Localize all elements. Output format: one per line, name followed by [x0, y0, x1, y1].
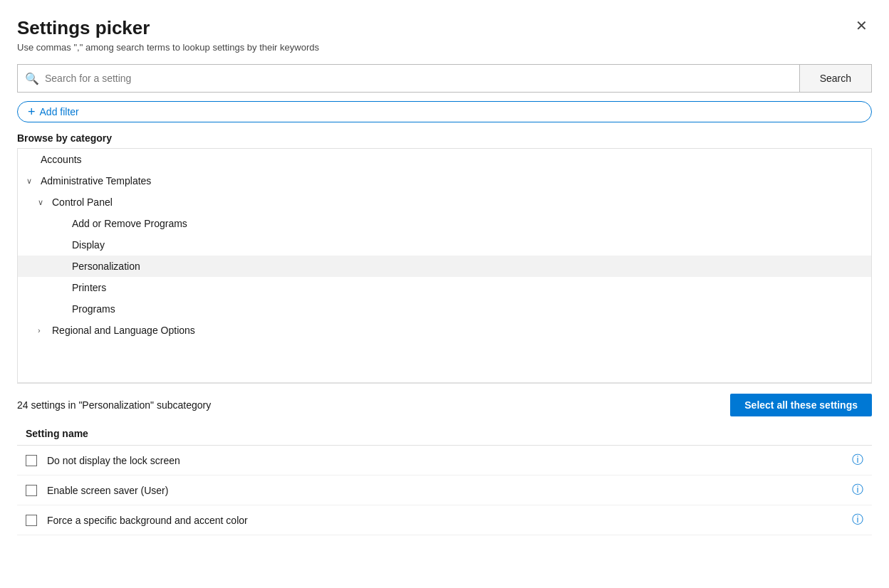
settings-count: 24 settings in "Personalization" subcate… [17, 399, 211, 411]
tree-item-personalization[interactable]: Personalization [18, 256, 871, 277]
tree-item-admin-templates[interactable]: ∨ Administrative Templates [18, 170, 871, 191]
info-icon[interactable]: ⓘ [852, 453, 863, 468]
search-button[interactable]: Search [800, 64, 872, 93]
info-icon[interactable]: ⓘ [852, 483, 863, 498]
table-row[interactable]: Enable screen saver (User) ⓘ [17, 476, 872, 505]
search-row: 🔍 Search [17, 64, 872, 93]
tree-item-label: Accounts [41, 154, 871, 165]
plus-icon: + [28, 105, 36, 118]
tree-item-control-panel[interactable]: ∨ Control Panel [18, 191, 871, 213]
tree-item-accounts[interactable]: Accounts [18, 149, 871, 170]
setting-checkbox[interactable] [26, 515, 37, 526]
dialog-title: Settings picker [17, 17, 150, 39]
tree-item-add-remove-programs[interactable]: Add or Remove Programs [18, 213, 871, 234]
info-icon[interactable]: ⓘ [852, 513, 863, 527]
browse-label: Browse by category [17, 132, 872, 144]
tree-item-label: Personalization [72, 261, 871, 272]
dialog-header: Settings picker ✕ [17, 17, 872, 39]
table-row[interactable]: Do not display the lock screen ⓘ [17, 446, 872, 476]
setting-name: Force a specific background and accent c… [47, 515, 846, 526]
bottom-header: 24 settings in "Personalization" subcate… [17, 384, 872, 424]
add-filter-button[interactable]: + Add filter [17, 101, 872, 122]
dialog-subtitle: Use commas "," among search terms to loo… [17, 42, 872, 53]
settings-picker-dialog: Settings picker ✕ Use commas "," among s… [0, 0, 889, 588]
setting-checkbox[interactable] [26, 455, 37, 466]
setting-name: Do not display the lock screen [47, 455, 846, 466]
add-filter-label: Add filter [40, 106, 79, 117]
setting-checkbox[interactable] [26, 485, 37, 496]
tree-item-label: Regional and Language Options [52, 325, 871, 336]
table-row[interactable]: Force a specific background and accent c… [17, 505, 872, 535]
settings-column-header: Setting name [17, 424, 872, 446]
chevron-down-icon: ∨ [38, 198, 51, 207]
search-input-wrap: 🔍 [17, 64, 800, 93]
tree-item-label: Add or Remove Programs [72, 218, 871, 229]
tree-item-display[interactable]: Display [18, 234, 871, 256]
close-button[interactable]: ✕ [851, 17, 872, 34]
category-tree[interactable]: Accounts ∨ Administrative Templates ∨ Co… [17, 148, 872, 383]
setting-name: Enable screen saver (User) [47, 485, 846, 496]
tree-item-label: Printers [72, 282, 871, 293]
search-icon: 🔍 [25, 72, 39, 85]
tree-item-label: Programs [72, 303, 871, 315]
settings-list: Do not display the lock screen ⓘ Enable … [17, 446, 872, 588]
tree-item-regional[interactable]: › Regional and Language Options [18, 320, 871, 341]
browse-section: Browse by category Accounts ∨ Administra… [17, 132, 872, 383]
tree-item-label: Control Panel [52, 196, 871, 208]
tree-item-printers[interactable]: Printers [18, 277, 871, 298]
tree-item-label: Administrative Templates [41, 175, 871, 187]
select-all-button[interactable]: Select all these settings [730, 394, 872, 416]
search-input[interactable] [45, 73, 792, 84]
tree-item-programs[interactable]: Programs [18, 298, 871, 320]
tree-item-label: Display [72, 239, 871, 251]
bottom-section: 24 settings in "Personalization" subcate… [17, 384, 872, 588]
chevron-right-icon: › [38, 326, 51, 335]
chevron-down-icon: ∨ [26, 177, 39, 186]
